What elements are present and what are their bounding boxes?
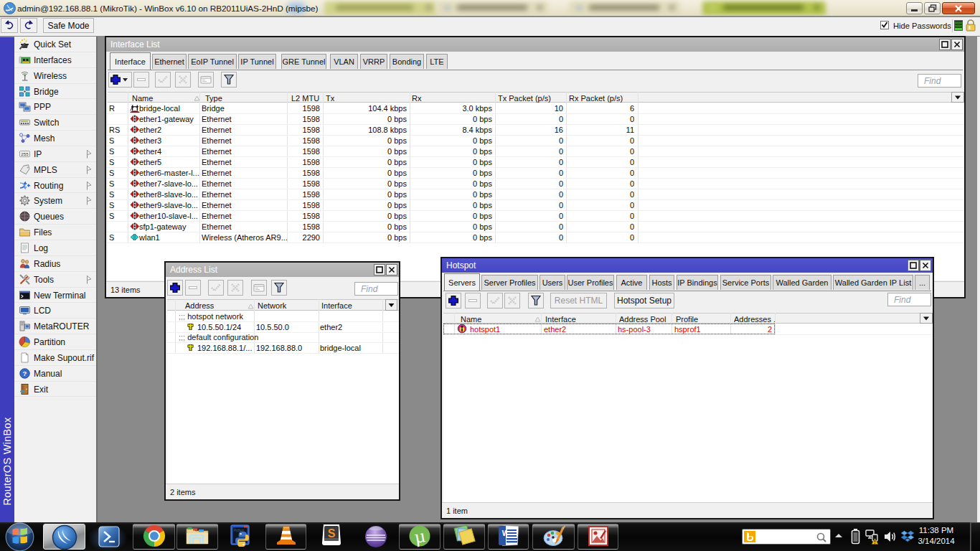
svg-text:?: ?	[23, 369, 27, 377]
svg-text:S: S	[328, 527, 336, 540]
svg-text:255: 255	[21, 151, 29, 156]
